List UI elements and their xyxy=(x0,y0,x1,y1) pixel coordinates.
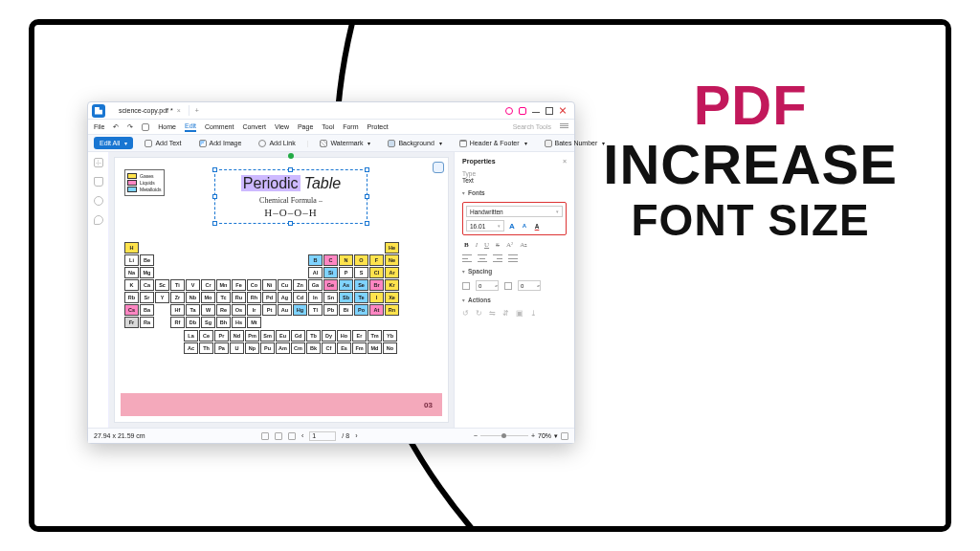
rotate-handle-icon[interactable] xyxy=(288,153,294,159)
menu-comment[interactable]: Comment xyxy=(205,123,234,130)
selection-handles[interactable] xyxy=(214,169,368,224)
menu-page[interactable]: Page xyxy=(298,123,313,130)
zoom-control: − + 70% ▾ xyxy=(474,432,568,440)
line-spacing-field[interactable]: 0 xyxy=(518,280,541,291)
redo-icon[interactable]: ↷ xyxy=(127,123,133,131)
document-tab[interactable]: science-copy.pdf * × xyxy=(111,105,189,116)
element-cell: Mg xyxy=(140,267,154,278)
fonts-section-title[interactable]: Fonts xyxy=(462,189,567,196)
element-cell: Mo xyxy=(201,292,215,303)
left-rail xyxy=(88,152,109,428)
background-button[interactable]: Background xyxy=(382,137,447,150)
menu-home[interactable]: Home xyxy=(158,123,176,130)
bookmarks-icon[interactable] xyxy=(94,177,103,187)
menu-protect[interactable]: Protect xyxy=(367,123,388,130)
image-icon xyxy=(199,140,207,147)
char-spacing-field[interactable]: 0 xyxy=(476,280,499,291)
flip-v-icon[interactable]: ⇵ xyxy=(502,309,509,318)
font-color-icon[interactable]: A xyxy=(532,221,542,231)
share-icon[interactable] xyxy=(519,107,526,115)
canvas[interactable]: Gases Liquids Metalloids Periodic Table … xyxy=(109,152,454,428)
element-cell: Ac xyxy=(184,342,198,354)
clipboard-icon[interactable] xyxy=(433,162,444,173)
add-image-button[interactable]: Add Image xyxy=(193,137,248,150)
subscript-button[interactable]: A₂ xyxy=(520,241,527,249)
menu-tool[interactable]: Tool xyxy=(322,123,334,130)
new-tab-button[interactable]: + xyxy=(189,107,205,114)
bold-button[interactable]: B xyxy=(464,241,469,249)
decrease-font-icon[interactable]: A xyxy=(520,221,529,231)
actions-section-title[interactable]: Actions xyxy=(462,297,567,303)
element-cell: Au xyxy=(278,304,292,316)
window-close-icon[interactable] xyxy=(559,107,567,115)
rotate-left-icon[interactable]: ↺ xyxy=(462,309,469,318)
menu-file[interactable]: File xyxy=(94,123,104,130)
align-justify-icon[interactable] xyxy=(508,254,518,262)
element-cell: Am xyxy=(276,342,290,354)
menu-form[interactable]: Form xyxy=(343,123,358,130)
rotate-right-icon[interactable]: ↻ xyxy=(476,309,482,318)
undo-icon[interactable]: ↶ xyxy=(113,123,119,131)
window-minimize-icon[interactable] xyxy=(532,112,540,113)
element-cell: Pt xyxy=(262,304,277,316)
page-number-field[interactable]: 1 xyxy=(309,431,336,441)
tab-close-icon[interactable]: × xyxy=(177,107,181,114)
home-icon[interactable] xyxy=(142,123,149,131)
zoom-in-icon[interactable]: + xyxy=(531,432,535,439)
element-cell: C xyxy=(323,254,338,266)
element-cell: In xyxy=(308,292,323,303)
align-center-icon[interactable] xyxy=(478,254,487,262)
prev-page-icon[interactable]: ‹ xyxy=(301,432,303,439)
char-spacing-icon xyxy=(462,282,470,290)
zoom-slider[interactable] xyxy=(480,435,528,436)
menu-edit[interactable]: Edit xyxy=(185,122,196,132)
add-link-button[interactable]: Add Link xyxy=(253,137,301,150)
panel-close-icon[interactable]: × xyxy=(563,158,567,165)
bates-number-button[interactable]: Bates Number xyxy=(539,137,612,150)
edit-all-button[interactable]: Edit All xyxy=(94,137,133,149)
add-text-button[interactable]: Add Text xyxy=(139,137,187,150)
thumbnails-icon[interactable] xyxy=(94,158,103,167)
underline-button[interactable]: U xyxy=(484,241,489,249)
watermark-button[interactable]: Watermark xyxy=(314,137,376,150)
selected-text-box[interactable]: Periodic Table Chemical Formula – H–O–O–… xyxy=(220,175,362,218)
header-footer-button[interactable]: Header & Footer xyxy=(454,137,533,150)
fit-width-icon[interactable] xyxy=(288,432,296,440)
flip-h-icon[interactable]: ⇋ xyxy=(489,309,496,318)
element-cell: La xyxy=(184,330,198,342)
element-cell: Sm xyxy=(260,330,275,342)
next-page-icon[interactable]: › xyxy=(355,432,357,439)
pdf-page[interactable]: Gases Liquids Metalloids Periodic Table … xyxy=(115,158,448,422)
element-cell: S xyxy=(354,267,368,278)
action-row: ↺ ↻ ⇋ ⇵ ▣ ⤓ xyxy=(462,309,567,318)
cloud-icon[interactable] xyxy=(505,107,513,115)
window-controls xyxy=(505,107,570,115)
window-maximize-icon[interactable] xyxy=(546,107,553,115)
comments-icon[interactable] xyxy=(94,215,103,225)
element-cell: Cr xyxy=(201,279,215,291)
align-right-icon[interactable] xyxy=(493,254,502,262)
extract-icon[interactable]: ⤓ xyxy=(530,309,537,318)
font-size-select[interactable]: 16.01 xyxy=(466,220,504,231)
select-tool-icon[interactable] xyxy=(275,432,282,440)
italic-button[interactable]: I xyxy=(476,241,478,249)
page-footer-bar: 03 xyxy=(121,393,442,416)
font-family-select[interactable]: Handwritten xyxy=(466,206,563,217)
element-cell: Rh xyxy=(247,292,261,303)
search-tools[interactable]: Search Tools xyxy=(513,123,551,130)
zoom-chevron-icon[interactable]: ▾ xyxy=(554,432,558,440)
strike-button[interactable]: S xyxy=(496,241,500,249)
crop-icon[interactable]: ▣ xyxy=(516,309,523,318)
spacing-section-title[interactable]: Spacing xyxy=(462,268,567,275)
align-left-icon[interactable] xyxy=(462,254,472,262)
attachments-icon[interactable] xyxy=(94,196,103,206)
superscript-button[interactable]: A² xyxy=(506,241,513,249)
fullscreen-icon[interactable] xyxy=(561,432,568,440)
element-cell: Cl xyxy=(369,267,384,278)
hamburger-icon[interactable] xyxy=(560,122,568,131)
increase-font-icon[interactable]: A xyxy=(507,221,517,231)
menu-convert[interactable]: Convert xyxy=(242,123,266,130)
zoom-out-icon[interactable]: − xyxy=(474,432,478,439)
hand-tool-icon[interactable] xyxy=(261,432,269,440)
menu-view[interactable]: View xyxy=(275,123,289,130)
